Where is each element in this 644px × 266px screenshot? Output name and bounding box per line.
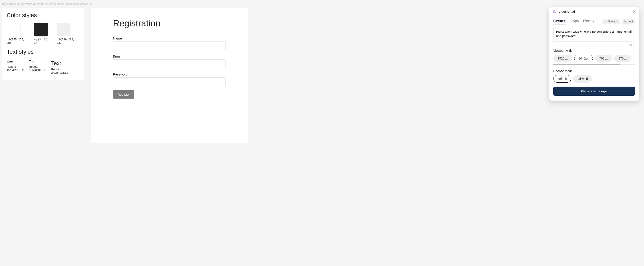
tab-create[interactable]: Create <box>553 19 566 24</box>
color-swatch-label: rgb(34, 34, 34) <box>34 38 53 44</box>
viewport-scrollbar[interactable] <box>553 64 635 65</box>
text-sample-font: Roboto <box>7 65 24 68</box>
mode-chip-default[interactable]: default <box>553 75 571 83</box>
plugin-panel: uidesign.ai Create Copy Remix <box>549 7 639 101</box>
tab-copy[interactable]: Copy <box>570 19 579 24</box>
name-input[interactable] <box>113 41 226 50</box>
color-swatch-row: rgb(255, 255, 255)rgb(34, 34, 34)rgb(239… <box>7 23 80 44</box>
svg-point-2 <box>606 21 606 22</box>
text-style-sample[interactable]: TextRoboto24/36PIXELS <box>51 59 68 74</box>
color-swatch-label: rgb(239, 239, 239) <box>57 38 80 44</box>
mode-chip-tailwind[interactable]: tailwind <box>573 75 592 83</box>
context-caption: registration page where a person enters … <box>2 2 92 5</box>
text-sample-size: 24/36PIXELS <box>51 71 68 74</box>
text-sample-word: Text <box>51 59 68 67</box>
close-icon[interactable] <box>632 10 636 13</box>
email-input[interactable] <box>113 59 226 68</box>
email-label: Email <box>113 54 226 58</box>
logout-label: Log out <box>624 20 633 23</box>
color-swatch[interactable]: rgb(34, 34, 34) <box>34 23 53 44</box>
viewport-chip-375[interactable]: 375px <box>614 55 631 62</box>
text-sample-size: 15/24PIXELS <box>7 68 24 72</box>
plugin-title: uidesign.ai <box>558 10 575 13</box>
text-sample-font: Roboto <box>29 65 46 68</box>
settings-label: Settings <box>608 20 618 23</box>
text-style-sample[interactable]: TextRoboto15/24PIXELS <box>7 59 24 72</box>
choose-mode-label: Choose mode: <box>553 69 635 73</box>
register-button[interactable]: Register <box>113 90 134 99</box>
viewport-chip-1440[interactable]: 1440px <box>574 55 593 62</box>
page-title: Registration <box>113 18 226 28</box>
logout-button[interactable]: Log out <box>622 19 635 24</box>
settings-button[interactable]: Settings <box>602 19 620 24</box>
password-label: Password <box>113 72 226 76</box>
color-swatch-box[interactable] <box>57 23 70 36</box>
viewport-chip-1920[interactable]: 1920px <box>553 55 572 62</box>
prompt-input[interactable] <box>553 27 635 42</box>
color-swatch-box[interactable] <box>7 23 20 36</box>
text-sample-font: Roboto <box>51 68 68 71</box>
plugin-logo-icon <box>552 9 556 13</box>
mode-chip-row: defaulttailwind <box>553 75 635 83</box>
text-styles-row: TextRoboto15/24PIXELSTextRoboto16/24PIXE… <box>7 59 80 74</box>
generate-design-button[interactable]: Generate design <box>553 87 635 96</box>
gear-icon <box>605 20 607 23</box>
design-preview: Registration Name Email Password Registe… <box>91 8 248 143</box>
text-style-sample[interactable]: TextRoboto16/24PIXELS <box>29 59 46 72</box>
text-sample-size: 16/24PIXELS <box>29 68 46 72</box>
viewport-width-label: Viewport width: <box>553 49 635 52</box>
color-styles-heading: Color styles <box>7 12 80 19</box>
tab-remix[interactable]: Remix <box>583 19 594 24</box>
text-sample-word: Text <box>7 59 24 65</box>
viewport-scrollbar-thumb[interactable] <box>553 64 620 65</box>
viewport-chip-768[interactable]: 768px <box>595 55 612 62</box>
color-swatch-box[interactable] <box>34 23 48 36</box>
color-swatch[interactable]: rgb(255, 255, 255) <box>7 23 30 44</box>
text-styles-heading: Text styles <box>7 48 80 55</box>
styles-panel: Color styles rgb(255, 255, 255)rgb(34, 3… <box>2 8 84 80</box>
char-count: 67/80 <box>553 43 635 47</box>
color-swatch-label: rgb(255, 255, 255) <box>7 38 30 44</box>
text-sample-word: Text <box>29 59 46 65</box>
plugin-header: uidesign.ai <box>549 7 639 16</box>
name-label: Name <box>113 36 226 40</box>
password-input[interactable] <box>113 78 226 86</box>
color-swatch[interactable]: rgb(239, 239, 239) <box>57 23 80 44</box>
viewport-chip-row: 1920px1440px768px375px <box>553 55 635 62</box>
